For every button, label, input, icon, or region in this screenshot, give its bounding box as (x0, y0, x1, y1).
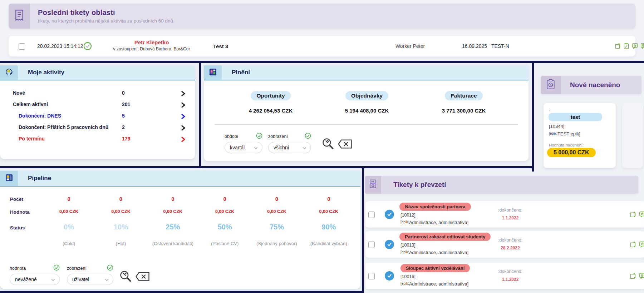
epik-prefix: [epik: (400, 220, 409, 224)
stage-name: (Kandidát vybrán) (303, 241, 355, 246)
filter-label: období (225, 134, 238, 139)
filter-label: hodnota (10, 266, 26, 271)
ticket-deputy: v zastoupení: Dubová Barbora, Bor&Cor (109, 46, 195, 51)
ticket-owner-block: Petr Klepetko v zastoupení: Dubová Barbo… (109, 39, 195, 51)
uzivatel-select[interactable]: uživatel (67, 274, 113, 285)
done-label: :dokončeno: (487, 238, 534, 243)
row-label: Po termínu (19, 136, 45, 141)
comment-icon[interactable] (639, 241, 644, 249)
done-date: 28.2.2022 (487, 245, 534, 250)
search-icon[interactable] (321, 137, 335, 152)
comment-icon[interactable] (639, 211, 644, 219)
thumbs-up-comment-icon[interactable] (631, 43, 638, 51)
epik-prefix: [epik: (400, 250, 409, 254)
search-icon[interactable] (119, 269, 132, 284)
pipeline-grid-icon (5, 174, 13, 183)
prevzeti-row-1[interactable]: Název společnosti partnera [10012] [epik… (365, 201, 644, 228)
aktivity-row-nove[interactable]: Nové 0 (0, 90, 195, 98)
fakturace-value: 3 771 300,00 CZK (421, 108, 507, 114)
chevron-right-icon[interactable] (181, 114, 186, 121)
panel-plneni: Plnění Oportunity Objednávky Fakturace 4… (204, 65, 529, 161)
selected-value: všichni (274, 145, 289, 150)
prevzeti-row-3[interactable]: Sloupec aktivní vzdělávání [10016] [epik… (365, 263, 644, 289)
objednavky-badge[interactable]: Objednávky (345, 91, 388, 100)
frame-line-bottom (0, 291, 364, 293)
stage-status: 10% (95, 223, 147, 231)
tickets-stack-iconbox (365, 176, 381, 194)
epik-prefix: [epik: (400, 282, 409, 285)
ticket-checkbox[interactable] (19, 43, 25, 50)
prevzeti-row-2[interactable]: Partnerovi zakázat editovat studenty [10… (365, 231, 644, 258)
stage-value: 0,00 CZK (95, 209, 147, 214)
aktivity-row-pristich[interactable]: Dokončení: Příštích 5 pracovních dnů 2 (0, 124, 195, 132)
block-comment-icon[interactable] (640, 43, 644, 51)
fakturace-badge[interactable]: Fakturace (445, 91, 482, 100)
row-label: Dokončení: Příštích 5 pracovních dnů (19, 124, 108, 130)
price-clipboard-icon: $ (546, 79, 555, 91)
clear-filter-icon[interactable] (135, 272, 150, 283)
edit-note-icon[interactable] (623, 43, 630, 51)
panel-moje-aktivity: Moje aktivity Nové 0 Celkem aktivní 201 … (0, 65, 195, 159)
aktivity-row-celkem[interactable]: Celkem aktivní 201 (0, 101, 195, 109)
check-circle-icon (107, 264, 113, 272)
chevron-right-icon[interactable] (181, 136, 186, 144)
naceneno-card-partial[interactable] (622, 103, 643, 168)
pipeline-title: Pipeline (28, 171, 51, 186)
ticket-badge[interactable]: Sloupec aktivní vzdělávání (400, 264, 470, 272)
row-checkbox[interactable] (368, 212, 375, 218)
chevron-right-icon[interactable] (181, 91, 186, 98)
comment-icon[interactable] (639, 272, 644, 281)
ticket-id: [10016] (400, 274, 416, 279)
hodnota-select[interactable]: nevážené (10, 274, 60, 285)
ticket-owner-name[interactable]: Petr Klepetko (109, 39, 195, 45)
latest-ticket-row[interactable]: 20.02.2023 15:14:12 Petr Klepetko v zast… (9, 36, 635, 56)
note-add-icon[interactable] (629, 211, 636, 219)
oportunity-badge[interactable]: Oportunity (251, 91, 290, 100)
check-circle-icon (305, 133, 311, 140)
stage-status: 0% (43, 223, 95, 231)
row-label: Nové (13, 90, 25, 96)
clear-filter-icon[interactable] (338, 139, 353, 150)
status-check-icon (83, 42, 92, 52)
receipt-iconbox (9, 4, 30, 29)
assigned-check-icon[interactable] (385, 210, 394, 219)
zobrazeni-select[interactable]: všichni (268, 142, 311, 153)
plneni-col-oportunity: Oportunity (228, 65, 314, 100)
obdobi-select[interactable]: kvartál (225, 142, 262, 153)
stage-name: (Hot) (95, 241, 147, 246)
ticket-badge[interactable]: Partnerovi zakázat editovat studenty (399, 233, 491, 241)
grid-iconbox (204, 65, 222, 80)
chevron-right-icon[interactable] (181, 102, 186, 109)
naceneno-badge[interactable]: test (549, 113, 602, 121)
assigned-check-icon[interactable] (385, 271, 394, 280)
naceneno-value-label: Hodnota nacenění: (549, 143, 584, 147)
copy-add-icon[interactable] (614, 43, 621, 51)
ticket-subject[interactable]: Test 3 (213, 36, 228, 56)
row-checkbox[interactable] (368, 242, 375, 248)
stage-count: 0 (251, 196, 303, 202)
filter-hodnota: hodnota nevážené (10, 264, 60, 285)
naceneno-card[interactable]: : test [10344] [epik:TEST epik] Hodnota … (544, 103, 616, 168)
stage-count: 0 (95, 196, 147, 202)
page-title: Poslední tikety oblasti (38, 9, 173, 17)
pipeline-count-label: Počet (10, 197, 23, 202)
plneni-col-fakturace: Fakturace (421, 65, 507, 100)
epik-text: Administrace, administrativa] (409, 281, 468, 287)
aktivity-row-dnes[interactable]: Dokončení: DNES 5 (0, 113, 195, 121)
row-checkbox[interactable] (368, 273, 375, 279)
pipeline-value-row: 0,00 CZK 0,00 CZK 0,00 CZK 0,00 CZK 0,00… (43, 209, 355, 214)
chevron-right-icon[interactable] (181, 125, 186, 132)
filter-obdobi: období kvartál (225, 133, 262, 153)
page-subtitle: tikety, na kterých proběhla nějaká aktiv… (38, 18, 173, 24)
stage-status: 75% (251, 223, 303, 231)
naceneno-id: [10344] (549, 124, 564, 129)
note-add-icon[interactable] (629, 272, 636, 281)
note-add-icon[interactable] (629, 241, 636, 249)
assigned-check-icon[interactable] (385, 240, 394, 249)
epik-text: Administrace, administrativa] (409, 220, 468, 225)
ticket-badge[interactable]: Název společnosti partnera (399, 203, 471, 211)
done-date: 1.1.2022 (487, 215, 534, 220)
row-actions (629, 241, 644, 249)
aktivity-row-po-terminu[interactable]: Po termínu 179 (0, 136, 195, 144)
divider (215, 124, 518, 125)
